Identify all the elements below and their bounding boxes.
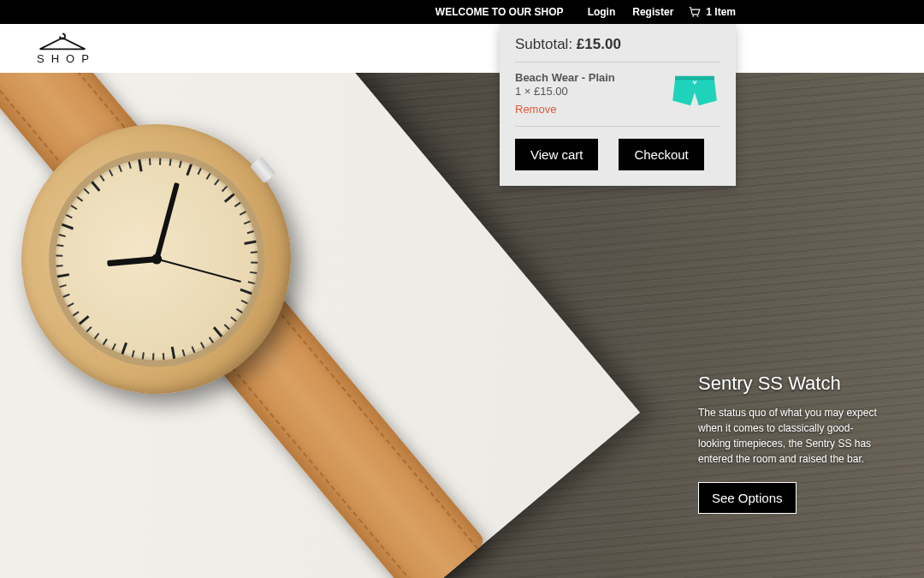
site-logo[interactable]: SHOP [30, 32, 96, 65]
cart-item: Beach Wear - Plain 1 × £15.00 Remove [515, 63, 720, 127]
cart-icon [689, 7, 701, 17]
cart-summary-link[interactable]: 1 Item [689, 6, 736, 18]
hero-banner: Sentry SS Watch The status quo of what y… [0, 73, 924, 578]
cart-dropdown: Subtotal: £15.00 Beach Wear - Plain 1 × … [500, 24, 736, 186]
hanger-icon [34, 32, 91, 52]
welcome-text: WELCOME TO OUR SHOP [435, 6, 564, 18]
register-link[interactable]: Register [632, 6, 673, 18]
hero-copy: Sentry SS Watch The status quo of what y… [698, 372, 878, 514]
cart-count-label: 1 Item [706, 6, 736, 18]
topbar: WELCOME TO OUR SHOP Login Register 1 Ite… [0, 0, 924, 24]
svg-point-0 [693, 15, 695, 17]
checkout-button[interactable]: Checkout [619, 139, 703, 170]
cart-item-qty: 1 × £15.00 [515, 85, 615, 98]
logo-text: SHOP [37, 52, 96, 65]
svg-point-1 [697, 15, 699, 17]
cart-subtotal: Subtotal: £15.00 [515, 36, 720, 63]
hero-title: Sentry SS Watch [698, 372, 878, 395]
header: SHOP Shop Page Cart [0, 24, 924, 73]
view-cart-button[interactable]: View cart [515, 139, 598, 170]
cart-item-name[interactable]: Beach Wear - Plain [515, 71, 615, 84]
cart-item-thumbnail[interactable] [669, 71, 720, 112]
cart-item-remove[interactable]: Remove [515, 103, 615, 116]
subtotal-label: Subtotal: [515, 36, 572, 52]
subtotal-value: £15.00 [577, 36, 621, 52]
hero-description: The status quo of what you may expect wh… [698, 405, 878, 467]
shorts-icon [670, 73, 720, 110]
see-options-button[interactable]: See Options [698, 482, 797, 514]
login-link[interactable]: Login [588, 6, 616, 18]
